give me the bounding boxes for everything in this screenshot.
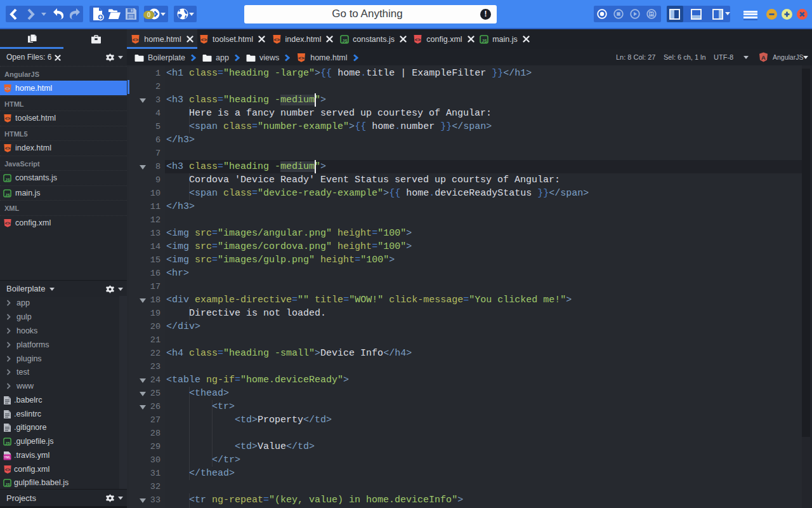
svg-text:<>: <> — [273, 36, 280, 42]
svg-text:JS: JS — [5, 178, 10, 182]
svg-text:JS: JS — [343, 38, 348, 43]
svg-text:A: A — [761, 54, 766, 61]
svg-text:<>: <> — [5, 220, 11, 226]
svg-text:0: 0 — [147, 11, 151, 18]
svg-text:YML: YML — [4, 455, 11, 459]
svg-text:<>: <> — [201, 36, 207, 42]
svg-text:<>: <> — [5, 467, 11, 472]
svg-text:<>: <> — [415, 36, 421, 42]
svg-text:<>: <> — [133, 36, 139, 42]
svg-text:JS: JS — [5, 441, 10, 445]
svg-text:<>: <> — [5, 116, 11, 121]
svg-text:JS: JS — [482, 38, 488, 43]
svg-text:JS: JS — [5, 193, 10, 197]
svg-text:<>: <> — [5, 86, 11, 91]
svg-text:<>: <> — [5, 145, 11, 151]
svg-text:JS: JS — [5, 483, 10, 486]
